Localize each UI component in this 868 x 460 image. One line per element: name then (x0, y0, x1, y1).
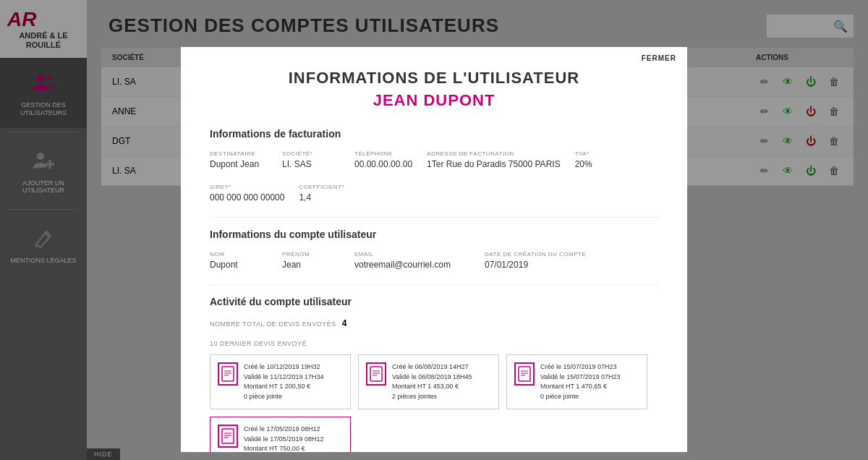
field-telephone: TÉLÉPHONE 00.00.00.00.00 (354, 150, 412, 169)
pdf-icon-2 (366, 362, 386, 386)
modal-subtitle: JEAN DUPONT (210, 91, 658, 110)
adresse-value: 1Ter Rue du Paradis 75000 PARIS (427, 159, 561, 169)
last-devis-label: 10 DERNIER DEVIS ENVOYÉ (210, 340, 658, 347)
devis-grid: Créé le 10/12/2019 19H32 Validé le 11/12… (210, 354, 658, 452)
devis-text-2: Créé le 06/08/2019 14H27 Validé le 06/08… (392, 362, 472, 401)
siret-value: 000 000 000 00000 (210, 192, 284, 203)
pdf-icon-3 (514, 362, 535, 386)
field-siret: SIRET* 000 000 000 00000 (210, 184, 284, 203)
field-date: DATE DE CRÉATION DU COMPTE 07/01/2019 (485, 251, 586, 270)
modal: FERMER INFORMATIONS DE L'UTILISATEUR JEA… (181, 47, 687, 452)
svg-rect-17 (222, 429, 234, 443)
coefficient-value: 1,4 (299, 192, 357, 203)
societe-value: LI. SAS (282, 159, 340, 169)
nom-value: Dupont (210, 260, 268, 270)
email-value: votreemail@courriel.com (354, 260, 470, 270)
modal-title: INFORMATIONS DE L'UTILISATEUR (210, 69, 658, 88)
tva-value: 20% (575, 159, 633, 169)
telephone-label: TÉLÉPHONE (354, 150, 412, 157)
field-societe: SOCIÉTÉ* LI. SAS (282, 150, 340, 169)
telephone-value: 00.00.00.00.00 (354, 159, 412, 169)
adresse-label: ADRESSE DE FACTURATION (427, 150, 561, 157)
field-destinataire: DESTINATAIRE Dupont Jean (210, 150, 268, 169)
field-adresse: ADRESSE DE FACTURATION 1Ter Rue du Parad… (427, 150, 561, 169)
account-section-title: Informations du compte utilisateur (210, 229, 658, 240)
email-label: EMAIL (354, 251, 470, 257)
divider-2 (210, 284, 658, 285)
coefficient-label: COEFFICIENT* (299, 184, 357, 190)
destinataire-label: DESTINATAIRE (210, 150, 268, 157)
date-label: DATE DE CRÉATION DU COMPTE (485, 251, 586, 257)
devis-card-4[interactable]: Créé le 17/05/2019 08H12 Validé le 17/05… (210, 417, 351, 452)
overlay: FERMER INFORMATIONS DE L'UTILISATEUR JEA… (0, 0, 868, 460)
field-email: EMAIL votreemail@courriel.com (354, 251, 470, 270)
field-tva: TVA* 20% (575, 150, 633, 169)
pdf-icon-1 (218, 362, 238, 386)
total-devis-count: 4 (342, 318, 347, 328)
total-devis-label: NOMBRE TOTAL DE DEVIS ENVOYÉS (210, 320, 336, 328)
billing-grid: DESTINATAIRE Dupont Jean SOCIÉTÉ* LI. SA… (210, 150, 658, 203)
prenom-value: Jean (282, 260, 340, 270)
account-grid: NOM Dupont PRÉNOM Jean EMAIL votreemail@… (210, 251, 658, 270)
field-nom: NOM Dupont (210, 251, 268, 270)
billing-section-title: Informations de facturation (210, 128, 658, 140)
pdf-icon-4 (218, 425, 238, 448)
societe-label: SOCIÉTÉ* (282, 150, 340, 157)
prenom-label: PRÉNOM (282, 251, 340, 257)
close-button[interactable]: FERMER (642, 54, 676, 62)
nom-label: NOM (210, 251, 268, 257)
divider-1 (210, 217, 658, 218)
field-coefficient: COEFFICIENT* 1,4 (299, 184, 357, 203)
devis-text-1: Créé le 10/12/2019 19H32 Validé le 11/12… (244, 362, 323, 401)
field-prenom: PRÉNOM Jean (282, 251, 340, 270)
svg-rect-13 (519, 367, 530, 381)
devis-text-3: Créé le 15/07/2019 07H23 Validé le 15/07… (540, 362, 620, 401)
tva-label: TVA* (575, 150, 633, 157)
svg-rect-9 (370, 367, 382, 381)
destinataire-value: Dupont Jean (210, 159, 268, 169)
main-content: GESTION DES COMPTES UTILISATEURS 🔍 SOCIÉ… (87, 0, 868, 460)
devis-card-2[interactable]: Créé le 06/08/2019 14H27 Validé le 06/08… (358, 354, 499, 409)
devis-card-3[interactable]: Créé le 15/07/2019 07H23 Validé le 15/07… (506, 354, 647, 409)
devis-card-1[interactable]: Créé le 10/12/2019 19H32 Validé le 11/12… (210, 354, 351, 409)
siret-label: SIRET* (210, 184, 284, 190)
date-value: 07/01/2019 (485, 260, 586, 270)
devis-text-4: Créé le 17/05/2019 08H12 Validé le 17/05… (244, 425, 323, 452)
svg-rect-5 (222, 367, 234, 381)
activity-section-title: Activité du compte utilisateur (210, 296, 658, 307)
